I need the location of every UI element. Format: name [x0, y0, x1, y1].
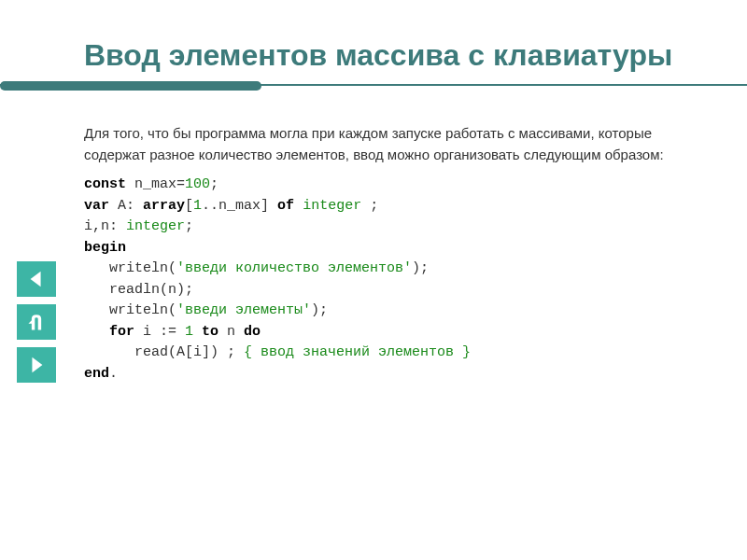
code-text: );: [412, 260, 429, 276]
intro-line: Для того, что бы программа могла при каж…: [84, 125, 664, 162]
code-text: read(A[i]) ;: [84, 344, 244, 360]
code-text: [84, 324, 109, 340]
code-text: ..n_max]: [202, 198, 277, 214]
prev-button[interactable]: [17, 261, 56, 297]
code-text: i :=: [134, 324, 185, 340]
kw-do: do: [244, 324, 261, 340]
next-button[interactable]: [17, 347, 56, 383]
prev-arrow-icon: [26, 269, 47, 289]
intro-text: Для того, что бы программа могла при каж…: [84, 123, 700, 165]
num-100: 100: [185, 176, 210, 192]
u-turn-icon: [25, 312, 48, 332]
code-text: [193, 324, 202, 340]
code-text: writeln(: [84, 302, 176, 318]
title-underline: [84, 84, 700, 95]
code-text: A:: [109, 198, 143, 214]
num-1: 1: [185, 324, 193, 340]
string-literal: 'введи количество элементов': [176, 260, 412, 276]
code-text: readln(n);: [84, 282, 193, 298]
next-arrow-icon: [26, 355, 47, 375]
code-text: );: [311, 302, 328, 318]
kw-of: of: [277, 198, 294, 214]
nav-panel: [17, 261, 56, 383]
code-text: [294, 198, 303, 214]
code-text: [: [185, 198, 193, 214]
type-integer: integer: [126, 218, 185, 234]
comment: { ввод значений элементов }: [244, 344, 471, 360]
code-text: .: [109, 366, 118, 382]
slide-title: Ввод элементов массива с клавиатуры: [84, 37, 700, 73]
code-text: ;: [361, 198, 378, 214]
code-text: ;: [185, 218, 193, 234]
code-text: n: [218, 324, 244, 340]
code-block: const n_max=100; var A: array[1..n_max] …: [84, 175, 700, 385]
kw-var: var: [84, 198, 109, 214]
num-1: 1: [193, 198, 202, 214]
type-integer: integer: [303, 198, 361, 214]
home-button[interactable]: [17, 304, 56, 340]
kw-array: array: [143, 198, 185, 214]
code-text: i,n:: [84, 218, 126, 234]
slide-content: Для того, что бы программа могла при каж…: [84, 123, 700, 385]
kw-for: for: [109, 324, 134, 340]
code-text: ;: [210, 176, 218, 192]
code-text: n_max=: [126, 176, 185, 192]
string-literal: 'введи элементы': [176, 302, 311, 318]
code-text: writeln(: [84, 260, 176, 276]
kw-begin: begin: [84, 240, 126, 256]
kw-const: const: [84, 176, 126, 192]
kw-end: end: [84, 366, 109, 382]
kw-to: to: [202, 324, 218, 340]
